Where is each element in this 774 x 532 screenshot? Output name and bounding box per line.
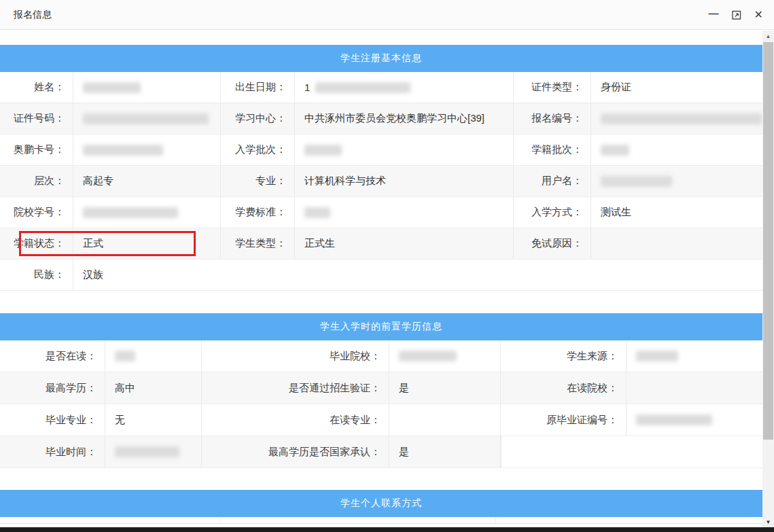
table-row: 证件号码：学习中心：中共涿州市委员会党校奥鹏学习中心[39]报名编号： [0, 103, 762, 135]
field-value: 汉族 [73, 260, 762, 290]
redacted-value [399, 351, 457, 361]
maximize-button[interactable] [732, 8, 741, 22]
field-label: 在读专业： [202, 404, 389, 436]
registration-info-modal: { "window": { "title": "报名信息" }, "icons"… [0, 0, 774, 532]
field-value-text: 高中 [115, 382, 135, 395]
vertical-scrollbar[interactable]: ▲ ▼ [762, 31, 774, 527]
field-label: 报名编号： [514, 103, 591, 134]
field-value [627, 340, 762, 372]
field-value: 是 [389, 436, 501, 467]
redacted-value [83, 207, 178, 218]
field-label: 最高学历是否国家承认： [202, 436, 389, 467]
scroll-down-icon: ▼ [766, 519, 771, 525]
table-cell [0, 517, 221, 523]
modal-title: 报名信息 [14, 9, 52, 21]
field-label: 在读院校： [501, 372, 627, 404]
field-value-text: 中共涿州市委员会党校奥鹏学习中心[39] [304, 112, 485, 125]
field-value: 身份证 [591, 72, 762, 103]
redacted-value [636, 351, 678, 361]
contact-table-partial-row [0, 517, 762, 524]
redacted-value [601, 113, 762, 124]
field-label: 毕业院校： [202, 340, 389, 372]
field-label: 奥鹏卡号： [0, 135, 73, 165]
field-label: 学费标准： [221, 197, 295, 228]
section-title: 学生入学时的前置学历信息 [320, 321, 442, 333]
field-value-text: 高起专 [83, 175, 113, 188]
table-row: 层次：高起专专业：计算机科学与技术用户名： [0, 166, 762, 197]
field-value [105, 340, 202, 372]
table-row: 民族：汉族 [0, 260, 762, 291]
field-value: 高中 [105, 372, 202, 404]
field-value [73, 135, 221, 165]
field-value [105, 436, 202, 467]
scroll-up-button[interactable]: ▲ [762, 31, 774, 41]
field-value [73, 197, 221, 228]
field-value [627, 372, 762, 404]
field-value [73, 103, 221, 134]
field-label: 原毕业证编号： [501, 404, 627, 436]
field-label: 是否通过招生验证： [202, 372, 389, 404]
section-gap [0, 291, 762, 313]
field-label: 入学批次： [221, 135, 295, 165]
redacted-value [83, 145, 163, 156]
close-icon: ✕ [754, 10, 763, 20]
field-label: 层次： [0, 166, 73, 196]
scrollbar-thumb[interactable] [763, 42, 773, 440]
field-label: 民族： [0, 260, 73, 290]
field-label: 姓名： [0, 72, 73, 103]
redacted-value [304, 145, 342, 156]
field-label: 最高学历： [0, 372, 105, 404]
field-label: 毕业专业： [0, 404, 105, 436]
field-label: 免试原因： [514, 228, 591, 259]
field-label: 用户名： [514, 166, 591, 196]
minimize-icon: — [709, 8, 719, 18]
table-row: 毕业专业：无在读专业：原毕业证编号： [0, 404, 762, 436]
field-label: 证件号码： [0, 103, 73, 134]
field-label: 学习中心： [221, 103, 295, 134]
field-value-text: 正式生 [304, 237, 335, 250]
field-value-text: 测试生 [601, 206, 631, 219]
close-button[interactable]: ✕ [754, 8, 763, 22]
field-value: 1 [295, 72, 514, 103]
field-value [591, 228, 762, 259]
table-row: 最高学历：高中是否通过招生验证：是在读院校： [0, 372, 762, 404]
section-title: 学生注册基本信息 [340, 52, 422, 65]
field-value-text: 无 [115, 414, 125, 427]
window-controls: — ✕ [709, 8, 763, 22]
table-cell [221, 517, 496, 523]
redacted-value [601, 145, 629, 156]
scroll-down-button[interactable]: ▼ [762, 519, 774, 525]
field-value-text: 是 [399, 382, 409, 395]
bottom-edge [0, 527, 774, 532]
field-value-text: 汉族 [83, 268, 103, 281]
field-value [295, 135, 514, 165]
table-row: 姓名：出生日期：1证件类型：身份证 [0, 72, 762, 103]
section-title: 学生个人联系方式 [340, 497, 422, 510]
field-value-text: 是 [399, 446, 409, 459]
table-row: 学籍状态：正式学生类型：正式生免试原因： [0, 228, 762, 260]
table-row: 是否在读：毕业院校：学生来源： [0, 340, 762, 372]
field-label: 入学方式： [514, 197, 591, 228]
field-label: 院校学号： [0, 197, 73, 228]
field-value [389, 340, 501, 372]
field-label: 学籍批次： [514, 135, 591, 165]
field-value-text: 正式 [83, 237, 103, 250]
field-value [389, 404, 501, 436]
field-label: 学籍状态： [0, 228, 73, 259]
field-label: 出生日期： [221, 72, 295, 103]
section-gap [0, 468, 762, 490]
maximize-icon [732, 10, 741, 20]
section-header-contact-info: 学生个人联系方式 [0, 490, 762, 517]
redacted-value [601, 176, 672, 187]
field-value [591, 103, 762, 134]
table-row: 毕业时间：最高学历是否国家承认：是 [0, 436, 762, 468]
minimize-button[interactable]: — [709, 7, 719, 20]
redacted-value [304, 207, 330, 218]
empty-cell [501, 436, 762, 467]
basic-info-table: 姓名：出生日期：1证件类型：身份证证件号码：学习中心：中共涿州市委员会党校奥鹏学… [0, 72, 762, 291]
field-value-text: 1 [304, 82, 310, 93]
redacted-value [83, 82, 141, 93]
field-value: 中共涿州市委员会党校奥鹏学习中心[39] [295, 103, 514, 134]
section-header-prior-education: 学生入学时的前置学历信息 [0, 313, 762, 340]
redacted-value [115, 446, 179, 457]
